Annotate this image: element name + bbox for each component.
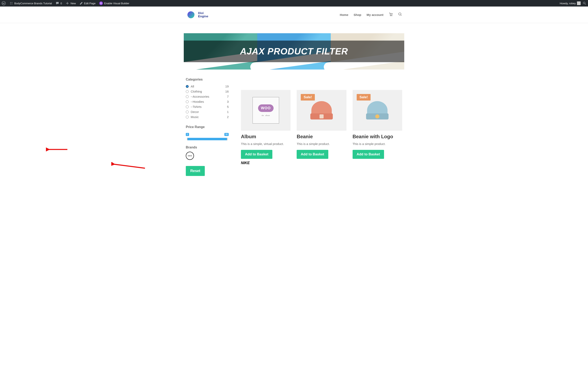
main-nav: Home Shop My account <box>340 12 402 17</box>
svg-point-3 <box>10 4 11 4</box>
product-description: This is a simple product. <box>353 141 402 147</box>
reset-button[interactable]: Reset <box>186 166 205 176</box>
category-item[interactable]: --Hoodies3 <box>186 99 229 104</box>
category-radio[interactable] <box>186 85 189 88</box>
category-label: --Accessories <box>191 95 209 98</box>
logo-text: Divi Engine <box>198 11 208 18</box>
product-card: Sale! Beanie with Logo This is a simple … <box>353 90 402 165</box>
category-label: All <box>191 85 194 88</box>
brand-filter-nike[interactable]: NIKE <box>186 152 194 160</box>
nav-shop[interactable]: Shop <box>354 13 361 17</box>
svg-point-6 <box>390 15 391 16</box>
svg-point-1 <box>10 2 11 3</box>
svg-point-4 <box>12 4 12 4</box>
price-min-label: 0 <box>186 133 189 136</box>
price-max-label: 90 <box>224 133 229 136</box>
product-image[interactable]: Sale! <box>353 90 402 131</box>
svg-line-10 <box>113 164 145 168</box>
enable-visual-builder-link[interactable]: D Enable Visual Builder <box>99 1 129 5</box>
products-area: WOOthe album Album This is a simple, vir… <box>241 78 402 176</box>
category-label: Music <box>191 115 199 119</box>
category-item[interactable]: Music2 <box>186 114 229 119</box>
svg-point-5 <box>583 2 585 4</box>
product-card: Sale! Beanie This is a simple product. A… <box>297 90 346 165</box>
category-radio[interactable] <box>186 100 189 103</box>
category-count: 1 <box>227 110 229 114</box>
product-title[interactable]: Album <box>241 134 291 139</box>
wp-admin-bar: BodyCommerce Brands Tutorial 0 New Edit … <box>0 0 588 7</box>
category-radio[interactable] <box>186 116 189 118</box>
category-count: 3 <box>227 100 229 103</box>
category-item[interactable]: Clothing16 <box>186 89 229 94</box>
cart-icon[interactable] <box>389 12 393 17</box>
nav-home[interactable]: Home <box>340 13 348 17</box>
wp-logo[interactable] <box>2 1 6 5</box>
category-item[interactable]: Decor1 <box>186 109 229 114</box>
site-header: Divi Engine Home Shop My account <box>0 7 588 23</box>
category-label: Decor <box>191 110 199 114</box>
product-card: WOOthe album Album This is a simple, vir… <box>241 90 291 165</box>
product-description: This is a simple, virtual product. <box>241 141 291 147</box>
category-radio[interactable] <box>186 105 189 108</box>
avatar-icon <box>577 1 581 5</box>
category-item[interactable]: --Accessories7 <box>186 94 229 99</box>
category-count: 7 <box>227 95 229 98</box>
sale-badge: Sale! <box>301 94 315 100</box>
category-label: --Tshirts <box>191 105 201 108</box>
annotation-arrow <box>111 162 146 170</box>
filter-sidebar: Categories All19Clothing16--Accessories7… <box>186 78 229 176</box>
new-content-link[interactable]: New <box>66 1 76 5</box>
svg-point-7 <box>392 15 392 16</box>
comments-link[interactable]: 0 <box>56 1 62 5</box>
admin-search-icon[interactable] <box>583 1 586 5</box>
search-icon[interactable] <box>398 12 402 17</box>
edit-page-link[interactable]: Edit Page <box>80 2 95 5</box>
add-to-basket-button[interactable]: Add to Basket <box>297 150 328 159</box>
category-radio[interactable] <box>186 90 189 93</box>
logo-icon <box>186 9 196 20</box>
category-label: --Hoodies <box>191 100 204 103</box>
category-radio[interactable] <box>186 95 189 98</box>
svg-point-0 <box>2 1 6 5</box>
product-image[interactable]: WOOthe album <box>241 90 291 131</box>
category-count: 16 <box>225 90 229 93</box>
category-item[interactable]: --Tshirts5 <box>186 104 229 109</box>
category-count: 19 <box>225 85 229 88</box>
add-to-basket-button[interactable]: Add to Basket <box>241 150 272 159</box>
add-to-basket-button[interactable]: Add to Basket <box>353 150 384 159</box>
sale-badge: Sale! <box>357 94 371 100</box>
category-radio[interactable] <box>186 110 189 113</box>
nav-account[interactable]: My account <box>366 13 383 17</box>
site-logo[interactable]: Divi Engine <box>186 9 208 20</box>
hero-title: AJAX PRODUCT FILTER <box>184 46 404 57</box>
category-label: Clothing <box>191 90 202 93</box>
price-range-heading: Price Range <box>186 125 229 129</box>
product-title[interactable]: Beanie <box>297 134 346 139</box>
category-count: 2 <box>227 115 229 119</box>
product-image[interactable]: Sale! <box>297 90 346 131</box>
hero-banner: AJAX PRODUCT FILTER <box>184 33 404 69</box>
product-brand-tag[interactable]: NIKE <box>241 161 291 165</box>
price-slider[interactable]: 0 90 <box>186 131 229 140</box>
category-count: 5 <box>227 105 229 108</box>
category-item[interactable]: All19 <box>186 84 229 89</box>
user-greeting[interactable]: Howdy, robey <box>560 1 581 5</box>
site-name-link[interactable]: BodyCommerce Brands Tutorial <box>9 1 52 5</box>
brands-heading: Brands <box>186 146 229 149</box>
categories-heading: Categories <box>186 78 229 81</box>
annotation-arrow <box>46 146 68 152</box>
product-title[interactable]: Beanie with Logo <box>353 134 402 139</box>
divi-icon: D <box>99 1 103 5</box>
svg-point-8 <box>399 13 401 15</box>
product-description: This is a simple product. <box>297 141 346 147</box>
svg-point-2 <box>12 2 12 3</box>
